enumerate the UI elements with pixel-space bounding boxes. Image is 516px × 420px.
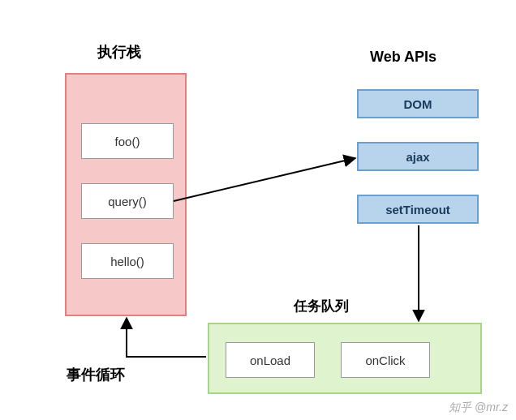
event-loop-title: 事件循环 xyxy=(67,365,125,384)
stack-frame-query: query() xyxy=(81,183,174,219)
task-queue-title: 任务队列 xyxy=(294,297,349,315)
task-queue-box: onLoad onClick xyxy=(208,323,482,394)
task-onload: onLoad xyxy=(226,342,315,378)
webapi-settimeout: setTimeout xyxy=(357,195,479,224)
webapi-dom: DOM xyxy=(357,89,479,118)
call-stack-title: 执行栈 xyxy=(97,42,141,62)
web-apis-title: Web APIs xyxy=(370,49,436,66)
arrow-stack-to-ajax xyxy=(174,158,355,201)
stack-frame-foo: foo() xyxy=(81,123,174,159)
task-onclick: onClick xyxy=(341,342,430,378)
watermark: 知乎 @mr.z xyxy=(449,401,508,415)
arrow-queue-to-stack xyxy=(127,318,206,357)
call-stack-box: foo() query() hello() xyxy=(65,73,187,316)
stack-frame-hello: hello() xyxy=(81,243,174,279)
webapi-ajax: ajax xyxy=(357,142,479,171)
